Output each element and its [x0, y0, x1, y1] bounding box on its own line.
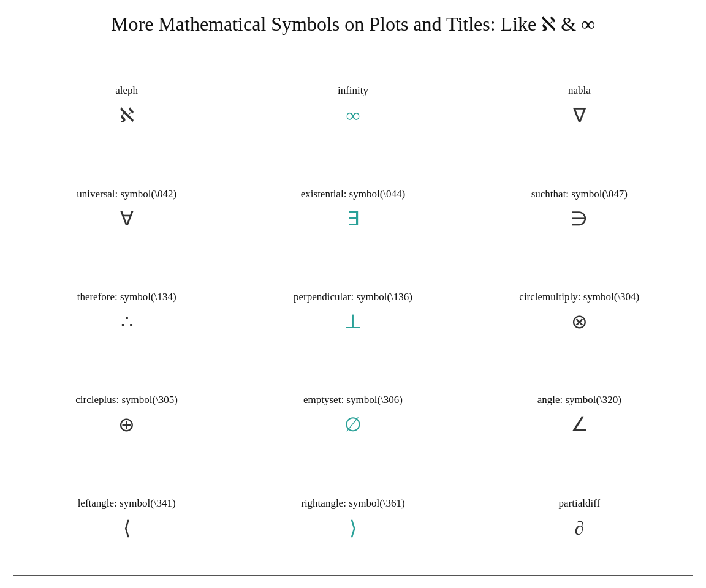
cell-label: universal: symbol(\042) [77, 188, 176, 200]
symbol-cell: infinity∞ [240, 53, 466, 156]
symbol-cell: therefore: symbol(\134)∴ [13, 260, 240, 363]
cell-label: aleph [115, 85, 138, 97]
cell-symbol: ⊕ [118, 415, 135, 434]
cell-label: perpendicular: symbol(\136) [294, 291, 412, 303]
symbol-cell: emptyset: symbol(\306)∅ [240, 363, 466, 466]
symbol-cell: nabla∇ [466, 53, 693, 156]
cell-label: infinity [338, 85, 368, 97]
symbol-cell: suchthat: symbol(\047)∋ [466, 156, 693, 259]
cell-symbol: ∅ [344, 415, 362, 434]
symbol-cell: leftangle: symbol(\341)⟨ [13, 466, 240, 569]
cell-label: rightangle: symbol(\361) [301, 497, 405, 510]
cell-label: emptyset: symbol(\306) [303, 394, 403, 406]
symbol-cell: circleplus: symbol(\305)⊕ [13, 363, 240, 466]
cell-label: leftangle: symbol(\341) [78, 497, 176, 510]
cell-label: therefore: symbol(\134) [77, 291, 176, 303]
cell-symbol: ⊥ [344, 312, 362, 331]
cell-label: partialdiff [558, 497, 600, 510]
symbol-grid: alephℵinfinity∞nabla∇universal: symbol(\… [13, 53, 693, 569]
cell-label: existential: symbol(\044) [301, 188, 405, 200]
cell-symbol: ∋ [571, 209, 588, 228]
symbol-cell: existential: symbol(\044)∃ [240, 156, 466, 259]
cell-symbol: ⟩ [349, 518, 357, 538]
cell-symbol: ∀ [120, 209, 134, 228]
symbol-cell: angle: symbol(\320)∠ [466, 363, 693, 466]
symbol-cell: partialdiff∂ [466, 466, 693, 569]
cell-symbol: ∂ [574, 518, 584, 538]
page-title: More Mathematical Symbols on Plots and T… [111, 12, 595, 36]
plot-box: alephℵinfinity∞nabla∇universal: symbol(\… [13, 47, 693, 576]
symbol-cell: rightangle: symbol(\361)⟩ [240, 466, 466, 569]
symbol-cell: perpendicular: symbol(\136)⊥ [240, 260, 466, 363]
cell-symbol: ∇ [573, 105, 586, 125]
cell-symbol: ∠ [571, 415, 588, 434]
cell-symbol: ⊗ [571, 312, 588, 331]
cell-symbol: ⟨ [123, 518, 131, 538]
cell-label: circleplus: symbol(\305) [75, 394, 178, 406]
cell-label: suchthat: symbol(\047) [531, 188, 628, 200]
cell-symbol: ∴ [121, 312, 133, 331]
cell-label: circlemultiply: symbol(\304) [519, 291, 639, 303]
symbol-cell: universal: symbol(\042)∀ [13, 156, 240, 259]
cell-symbol: ∞ [346, 105, 360, 125]
cell-label: angle: symbol(\320) [537, 394, 621, 406]
cell-label: nabla [568, 85, 591, 97]
cell-symbol: ∃ [347, 209, 359, 228]
cell-symbol: ℵ [120, 105, 134, 125]
symbol-cell: circlemultiply: symbol(\304)⊗ [466, 260, 693, 363]
symbol-cell: alephℵ [13, 53, 240, 156]
